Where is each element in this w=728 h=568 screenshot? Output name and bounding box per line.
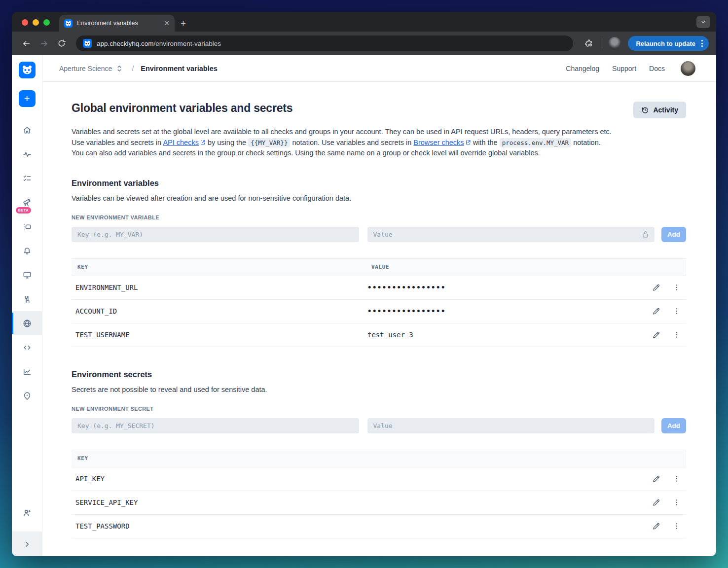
- page-description: Variables and secrets set at the global …: [72, 127, 614, 159]
- secret-row: TEST_PASSWORD: [72, 515, 686, 538]
- variable-value-input[interactable]: [367, 227, 655, 242]
- variables-description: Variables can be viewed after creation a…: [72, 194, 686, 202]
- external-link-icon: [465, 140, 471, 145]
- main-content: Global environment variables and secrets…: [42, 82, 716, 556]
- zoom-window-button[interactable]: [43, 19, 50, 26]
- variables-heading: Environment variables: [72, 178, 686, 188]
- account-switcher[interactable]: Aperture Science: [59, 65, 123, 72]
- row-menu-button[interactable]: [670, 472, 683, 485]
- telescope-icon: [22, 197, 32, 208]
- forward-button[interactable]: [36, 36, 51, 51]
- row-menu-button[interactable]: [670, 281, 683, 294]
- browser-tab-strip: Environment variables ✕ +: [12, 12, 716, 32]
- changelog-link[interactable]: Changelog: [566, 65, 599, 72]
- list-box-icon: [22, 222, 32, 232]
- sidebar-item-maintenance[interactable]: [12, 287, 42, 311]
- docs-link[interactable]: Docs: [649, 65, 665, 72]
- relaunch-to-update-button[interactable]: Relaunch to update: [628, 36, 709, 51]
- sidebar-item-invite-user[interactable]: [12, 500, 42, 525]
- browser-toolbar: app.checklyhq.com/environment-variables …: [12, 32, 716, 55]
- reload-icon: [57, 39, 66, 48]
- sidebar-item-activity[interactable]: [12, 142, 42, 166]
- url-bar[interactable]: app.checklyhq.com/environment-variables: [76, 36, 573, 51]
- code-span: process.env.MY_VAR: [500, 138, 571, 147]
- column-header-key: KEY: [72, 264, 371, 270]
- sidebar-item-dashboards[interactable]: [12, 263, 42, 287]
- row-menu-button[interactable]: [670, 328, 683, 341]
- secret-key: TEST_PASSWORD: [72, 522, 367, 530]
- account-name: Aperture Science: [59, 65, 112, 72]
- beta-badge: BETA: [16, 207, 31, 213]
- edit-button[interactable]: [650, 472, 662, 485]
- user-avatar[interactable]: [681, 61, 695, 76]
- variable-key: ACCOUNT_ID: [72, 307, 367, 315]
- tab-overview-button[interactable]: [696, 16, 710, 28]
- edit-pencil-icon: [652, 475, 660, 483]
- activity-button[interactable]: Activity: [633, 102, 686, 118]
- home-icon: [22, 125, 32, 135]
- edit-button[interactable]: [650, 496, 662, 509]
- sidebar-item-snippets[interactable]: [12, 335, 42, 359]
- sidebar-item-explore-beta[interactable]: BETA: [12, 190, 42, 214]
- create-new-button[interactable]: +: [19, 90, 36, 107]
- new-tab-button[interactable]: +: [181, 19, 186, 28]
- variable-value: ••••••••••••••••: [367, 284, 650, 291]
- breadcrumb-page-title: Environment variables: [141, 65, 218, 72]
- reload-button[interactable]: [54, 36, 69, 51]
- back-icon: [22, 39, 31, 48]
- chevron-updown-icon: [116, 65, 123, 72]
- variable-key: ENVIRONMENT_URL: [72, 284, 367, 291]
- sidebar-expand[interactable]: [12, 532, 42, 556]
- row-menu-button[interactable]: [670, 496, 683, 509]
- edit-button[interactable]: [650, 520, 662, 532]
- sidebar-item-alerts[interactable]: [12, 239, 42, 263]
- sidebar-item-test-sessions[interactable]: [12, 214, 42, 239]
- secrets-heading: Environment secrets: [72, 370, 686, 379]
- doc-link[interactable]: Browser checks: [413, 139, 464, 146]
- sidebar-item-analytics[interactable]: [12, 359, 42, 384]
- sidebar-item-private-locations[interactable]: [12, 384, 42, 408]
- edit-button[interactable]: [650, 281, 662, 294]
- edit-pencil-icon: [652, 307, 660, 316]
- checkly-logo[interactable]: [19, 62, 36, 78]
- extensions-button[interactable]: [581, 36, 596, 51]
- environment-secrets-section: Environment secrets Secrets are not poss…: [72, 370, 686, 538]
- sidebar-item-checks[interactable]: [12, 166, 42, 190]
- kebab-menu-icon: [673, 331, 681, 339]
- edit-button[interactable]: [650, 305, 662, 318]
- sidebar-item-environment-variables[interactable]: [12, 311, 42, 335]
- forward-icon: [39, 39, 49, 48]
- row-menu-button[interactable]: [670, 520, 683, 532]
- lock-open-icon[interactable]: [641, 230, 650, 239]
- tab-title: Environment variables: [77, 20, 159, 27]
- add-variable-button[interactable]: Add: [661, 227, 686, 242]
- secrets-table: KEY API_KEYSERVICE_API_KEYTEST_PASSWORD: [72, 450, 686, 538]
- secret-value-input[interactable]: [367, 418, 655, 433]
- chevron-right-icon: [24, 541, 31, 548]
- bell-icon: [22, 246, 32, 256]
- environment-variables-section: Environment variables Variables can be v…: [72, 178, 686, 347]
- secret-key-input[interactable]: [72, 418, 359, 433]
- minimize-window-button[interactable]: [33, 19, 39, 26]
- code-span: {{MY_VAR}}: [248, 138, 290, 147]
- row-menu-button[interactable]: [670, 305, 683, 318]
- sidebar: + BETA: [12, 55, 42, 556]
- edit-pencil-icon: [652, 331, 660, 339]
- secret-row: API_KEY: [72, 467, 686, 491]
- support-link[interactable]: Support: [612, 65, 636, 72]
- close-window-button[interactable]: [22, 19, 28, 26]
- column-header-value: VALUE: [371, 264, 389, 270]
- kebab-menu-icon: [673, 307, 681, 315]
- sidebar-item-home[interactable]: [12, 118, 42, 142]
- doc-link[interactable]: API checks: [163, 139, 199, 146]
- edit-button[interactable]: [650, 328, 662, 341]
- back-button[interactable]: [19, 36, 34, 51]
- variable-key-input[interactable]: [72, 227, 359, 242]
- url-text: app.checklyhq.com/environment-variables: [97, 40, 221, 47]
- app-top-nav: Aperture Science / Environment variables…: [42, 55, 716, 82]
- variable-value: test_user_3: [367, 331, 650, 339]
- tab-close-icon[interactable]: ✕: [164, 20, 170, 27]
- browser-tab[interactable]: Environment variables ✕: [59, 15, 175, 32]
- browser-profile-avatar[interactable]: [608, 37, 621, 50]
- add-secret-button[interactable]: Add: [661, 418, 686, 433]
